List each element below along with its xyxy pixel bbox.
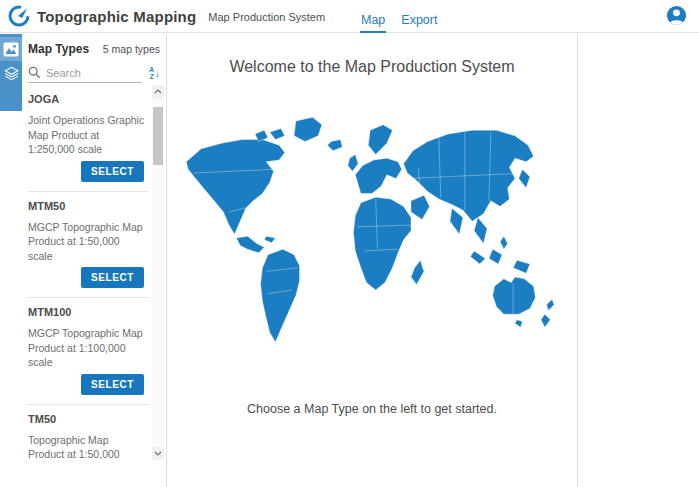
tool-rail bbox=[0, 34, 22, 487]
list-item-tm50: TM50 Topographic Map Product at 1:50,000… bbox=[22, 405, 152, 461]
list-item-joga: JOGA Joint Operations Graphic Map Produc… bbox=[22, 85, 152, 191]
search-input[interactable] bbox=[46, 67, 126, 79]
scrollbar-thumb[interactable] bbox=[153, 107, 163, 165]
panel-title: Map Types bbox=[28, 42, 89, 56]
map-type-count: 5 map types bbox=[103, 43, 160, 55]
search-field-wrap bbox=[28, 66, 141, 83]
main-panel: Welcome to the Map Production System bbox=[167, 34, 578, 487]
map-type-name: JOGA bbox=[28, 93, 146, 105]
map-type-list: JOGA Joint Operations Graphic Map Produc… bbox=[22, 85, 152, 460]
welcome-heading: Welcome to the Map Production System bbox=[229, 58, 514, 76]
map-type-description: Joint Operations Graphic Map Product at … bbox=[28, 113, 146, 157]
tab-map[interactable]: Map bbox=[360, 0, 386, 33]
scroll-up-button[interactable] bbox=[152, 85, 164, 98]
map-type-name: MTM100 bbox=[28, 306, 146, 318]
app-window: Topographic Mapping Map Production Syste… bbox=[0, 0, 699, 487]
sidebar-scrollbar[interactable] bbox=[152, 85, 164, 460]
map-type-name: TM50 bbox=[28, 413, 146, 425]
app-subtitle: Map Production System bbox=[208, 9, 325, 23]
select-button-joga[interactable]: SELECT bbox=[81, 161, 144, 182]
map-type-description: Topographic Map Product at 1:50,000 scal… bbox=[28, 433, 146, 461]
search-icon bbox=[28, 66, 41, 79]
map-type-name: MTM50 bbox=[28, 200, 146, 212]
map-image-icon bbox=[3, 42, 19, 57]
tool-rail-blue-block bbox=[0, 34, 22, 111]
sort-letters: AZ bbox=[149, 67, 154, 79]
tab-export[interactable]: Export bbox=[400, 0, 438, 33]
app-logo-icon bbox=[8, 5, 30, 27]
map-type-description: MGCP Topographic Map Product at 1:50,000… bbox=[28, 220, 146, 264]
list-item-mtm100: MTM100 MGCP Topographic Map Product at 1… bbox=[22, 298, 152, 404]
sort-az-button[interactable]: AZ ↓ bbox=[149, 67, 162, 81]
list-item-mtm50: MTM50 MGCP Topographic Map Product at 1:… bbox=[22, 192, 152, 298]
chevron-up-icon bbox=[154, 89, 162, 94]
app-header: Topographic Mapping Map Production Syste… bbox=[0, 0, 699, 33]
map-products-tool-button[interactable] bbox=[0, 37, 22, 61]
instruction-text: Choose a Map Type on the left to get sta… bbox=[247, 402, 497, 416]
layers-tool-button[interactable] bbox=[0, 61, 22, 85]
app-title: Topographic Mapping bbox=[37, 8, 196, 25]
sort-arrow-icon: ↓ bbox=[155, 69, 160, 79]
world-map-image bbox=[176, 108, 568, 368]
map-types-panel: Map Types 5 map types AZ ↓ JOGA Joi bbox=[22, 34, 167, 487]
scroll-down-button[interactable] bbox=[152, 447, 164, 460]
map-type-description: MGCP Topographic Map Product at 1:100,00… bbox=[28, 326, 146, 370]
main-tabs: Map Export bbox=[360, 0, 438, 33]
chevron-down-icon bbox=[154, 451, 162, 456]
select-button-mtm50[interactable]: SELECT bbox=[81, 267, 144, 288]
select-button-mtm100[interactable]: SELECT bbox=[81, 374, 144, 395]
map-types-header: Map Types 5 map types bbox=[22, 34, 166, 56]
search-row: AZ ↓ bbox=[28, 66, 162, 83]
user-account-icon[interactable] bbox=[666, 5, 687, 26]
layers-icon bbox=[3, 65, 20, 82]
